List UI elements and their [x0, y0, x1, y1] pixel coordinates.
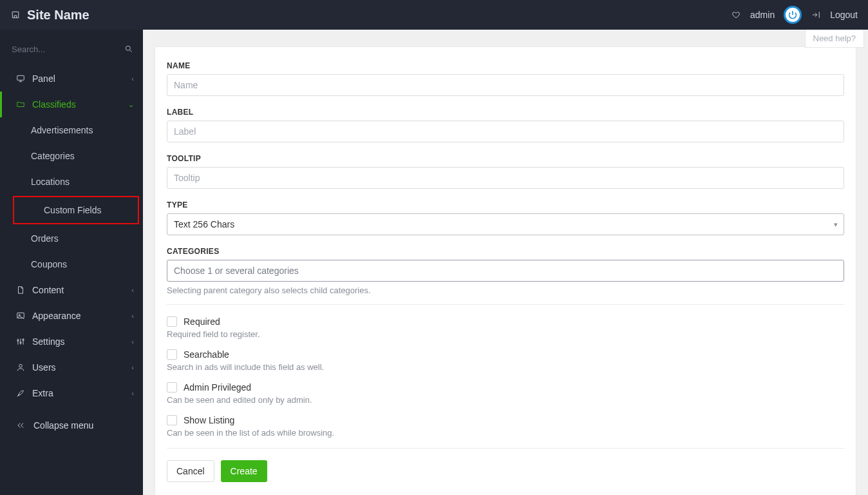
nav-extra[interactable]: Extra ‹	[0, 380, 143, 406]
field-type: TYPE Text 256 Chars	[167, 200, 844, 235]
check-searchable: Searchable Search in ads will include th…	[167, 349, 844, 372]
svg-rect-1	[17, 75, 24, 80]
nav-sub-locations[interactable]: Locations	[0, 169, 143, 195]
nav-label: Settings	[32, 336, 65, 347]
rocket-icon	[15, 388, 26, 398]
check-admin: Admin Privileged Can be seen and edited …	[167, 382, 844, 405]
svg-point-7	[19, 364, 23, 367]
label-input[interactable]	[167, 121, 844, 142]
topbar: Site Name admin Logout	[0, 0, 868, 30]
sidebar-search	[0, 37, 143, 61]
nav-sub-orders[interactable]: Orders	[0, 226, 143, 251]
main-content: Need help? NAME LABEL TOOLTIP TYPE Text …	[143, 30, 868, 495]
chevron-down-icon: ⌄	[128, 101, 134, 109]
avatar[interactable]	[784, 6, 802, 24]
form-actions: Cancel Create	[167, 460, 844, 482]
brand[interactable]: Site Name	[10, 8, 90, 23]
store-icon	[10, 10, 21, 20]
label-label: LABEL	[167, 108, 844, 117]
nav-appearance[interactable]: Appearance ‹	[0, 303, 143, 329]
nav-label: Extra	[32, 388, 53, 398]
required-help: Required field to register.	[167, 329, 844, 339]
check-required: Required Required field to register.	[167, 316, 844, 339]
nav-sub-custom-fields[interactable]: Custom Fields	[13, 196, 139, 224]
categories-label: CATEGORIES	[167, 247, 844, 256]
folder-icon	[15, 99, 26, 110]
nav-sub-coupons[interactable]: Coupons	[0, 251, 143, 277]
name-label: NAME	[167, 61, 844, 70]
check-show-listing: Show Listing Can be seen in the list of …	[167, 415, 844, 438]
showlisting-checkbox[interactable]	[167, 415, 177, 425]
search-icon[interactable]	[124, 44, 134, 54]
nav-sub-advertisements[interactable]: Advertisements	[0, 117, 143, 143]
cancel-button[interactable]: Cancel	[167, 460, 214, 482]
site-name: Site Name	[27, 8, 90, 23]
chevron-left-icon: ‹	[131, 286, 134, 294]
searchable-label: Searchable	[184, 349, 229, 360]
search-input[interactable]	[12, 44, 124, 54]
searchable-help: Search in ads will include this field as…	[167, 362, 844, 372]
nav-label: Panel	[32, 73, 55, 84]
nav-panel[interactable]: Panel ‹	[0, 66, 143, 92]
nav-content[interactable]: Content ‹	[0, 277, 143, 303]
nav-settings[interactable]: Settings ‹	[0, 329, 143, 354]
collapse-menu[interactable]: Collapse menu	[0, 412, 143, 438]
admin-label: Admin Privileged	[184, 382, 251, 393]
username[interactable]: admin	[750, 10, 775, 20]
field-categories: CATEGORIES Choose 1 or several categorie…	[167, 247, 844, 295]
need-help-button[interactable]: Need help?	[805, 30, 865, 48]
nav-label: Content	[32, 285, 64, 295]
field-label: LABEL	[167, 108, 844, 142]
chevron-left-icon: ‹	[131, 338, 134, 345]
nav-sub-categories[interactable]: Categories	[0, 143, 143, 169]
logout-link[interactable]: Logout	[830, 10, 858, 20]
chevron-left-icon: ‹	[131, 312, 134, 320]
categories-help: Selecting parent category also selects c…	[167, 286, 844, 295]
image-icon	[15, 311, 26, 321]
logout-icon[interactable]	[811, 10, 821, 20]
svg-point-0	[126, 46, 130, 50]
field-name: NAME	[167, 61, 844, 96]
nav-label: Users	[32, 362, 56, 373]
nav-users[interactable]: Users ‹	[0, 354, 143, 380]
divider	[167, 304, 844, 305]
name-input[interactable]	[167, 74, 844, 96]
nav-label: Classifieds	[32, 99, 76, 110]
field-tooltip: TOOLTIP	[167, 154, 844, 189]
tooltip-label: TOOLTIP	[167, 154, 844, 163]
header-actions: admin Logout	[731, 6, 858, 24]
nav: Panel ‹ Classifieds ⌄ Advertisements Cat…	[0, 66, 143, 438]
nav-label: Appearance	[32, 311, 81, 321]
chevron-left-icon: ‹	[131, 75, 134, 82]
required-label: Required	[184, 316, 220, 327]
collapse-icon	[15, 420, 26, 431]
user-icon	[15, 362, 26, 373]
form-panel: NAME LABEL TOOLTIP TYPE Text 256 Chars C…	[155, 46, 856, 495]
sidebar: Panel ‹ Classifieds ⌄ Advertisements Cat…	[0, 30, 143, 495]
tooltip-input[interactable]	[167, 167, 844, 189]
showlisting-help: Can be seen in the list of ads while bro…	[167, 428, 844, 438]
chevron-left-icon: ‹	[131, 389, 134, 397]
type-label: TYPE	[167, 200, 844, 209]
heart-icon[interactable]	[731, 10, 741, 20]
create-button[interactable]: Create	[221, 460, 267, 482]
nav-classifieds[interactable]: Classifieds ⌄	[0, 92, 143, 117]
document-icon	[15, 285, 26, 295]
required-checkbox[interactable]	[167, 316, 177, 327]
showlisting-label: Show Listing	[184, 415, 234, 425]
admin-help: Can be seen and edited only by admin.	[167, 395, 844, 405]
searchable-checkbox[interactable]	[167, 349, 177, 360]
chevron-left-icon: ‹	[131, 364, 134, 371]
divider	[167, 448, 844, 449]
categories-input[interactable]: Choose 1 or several categories	[167, 260, 844, 282]
admin-checkbox[interactable]	[167, 382, 177, 393]
type-select[interactable]: Text 256 Chars	[167, 213, 844, 235]
sliders-icon	[15, 336, 26, 347]
monitor-icon	[15, 73, 26, 84]
